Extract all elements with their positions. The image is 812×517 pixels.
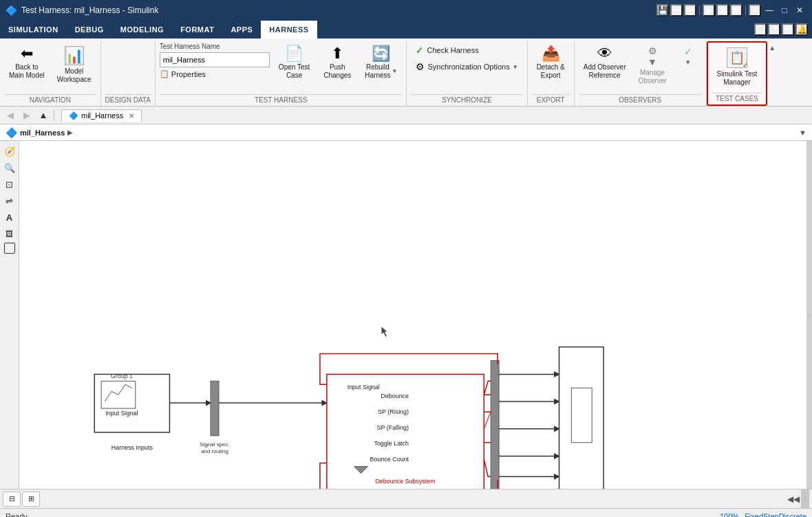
ribbon-collapse-btn[interactable]: ▲ <box>769 44 776 52</box>
maximize-btn[interactable]: □ <box>778 3 791 17</box>
address-compass-icon: 🔷 <box>6 127 17 138</box>
model-workspace-button[interactable]: 📊 ModelWorkspace <box>52 43 96 87</box>
simulink-test-manager-button[interactable]: 📋 ✓ Simulink TestManager <box>712 44 762 90</box>
rebuild-harness-button[interactable]: 🔄 RebuildHarness ▼ <box>360 43 402 83</box>
menu-modeling[interactable]: MODELING <box>112 21 172 38</box>
breadcrumb-name: mil_Harness <box>81 111 123 120</box>
image-btn[interactable]: 🖼 <box>2 226 17 241</box>
nav-back-btn[interactable]: ◀ <box>3 108 18 123</box>
settings-icon-btn[interactable]: ⚙ <box>782 23 794 36</box>
menu-apps[interactable]: APPS <box>222 21 261 38</box>
zoom-btn[interactable]: 🔍 <box>2 160 17 175</box>
rect-btn[interactable] <box>4 243 15 254</box>
stop-quick-btn[interactable]: ⏹ <box>730 4 742 16</box>
right-resize-handle[interactable]: ⋮ <box>801 490 809 508</box>
menu-format[interactable]: FORMAT <box>172 21 222 38</box>
back-to-main-button[interactable]: ⬅ Back toMain Model <box>4 43 50 83</box>
open-test-case-button[interactable]: 📄 Open TestCase <box>274 43 314 83</box>
nav-forward-btn[interactable]: ▶ <box>19 108 34 123</box>
observers-check-icon: ✓ <box>684 46 692 57</box>
design-data-label: DESIGN DATA <box>105 94 151 106</box>
observers-extra-btn[interactable]: ✓ ▼ <box>674 43 702 69</box>
ribbon: ⬅ Back toMain Model 📊 ModelWorkspace NAV… <box>0 38 812 107</box>
properties-link[interactable]: 📋 Properties <box>160 69 270 78</box>
open-test-case-icon: 📄 <box>285 46 303 61</box>
title-bar: 🔷 Test Harness: mil_Harness - Simulink 💾… <box>0 0 812 21</box>
export-label: EXPORT <box>532 94 570 106</box>
run-quick-btn[interactable]: ▶ <box>703 4 715 16</box>
add-observer-ref-button[interactable]: 👁 Add ObserverReference <box>579 43 631 83</box>
rebuild-harness-label: RebuildHarness ▼ <box>365 63 397 80</box>
sync-options-icon: ⚙ <box>416 61 425 72</box>
help-btn[interactable]: ? <box>768 23 780 36</box>
ribbon-group-test-harness: Test Harness Name 📋 Properties 📄 Open Te… <box>156 41 407 106</box>
address-bar: 🔷 mil_Harness ▶ ▼ <box>0 124 812 141</box>
test-manager-icon: 📋 ✓ <box>727 47 747 68</box>
status-bar: Ready 100% FixedStepDiscrete <box>0 508 812 517</box>
minimize-btn[interactable]: — <box>762 3 776 17</box>
compass-btn[interactable]: 🧭 <box>2 144 17 159</box>
svg-rect-10 <box>327 374 484 489</box>
ribbon-options-btn[interactable]: ⋯ <box>754 23 767 36</box>
harness-name-label: Test Harness Name <box>160 43 270 50</box>
bottom-expand-icon[interactable]: ◀◀ <box>787 494 800 504</box>
breadcrumb-tab[interactable]: 🔷 mil_Harness ✕ <box>61 109 142 122</box>
ribbon-group-navigation: ⬅ Back toMain Model 📊 ModelWorkspace NAV… <box>0 41 101 106</box>
model-workspace-label: ModelWorkspace <box>57 67 92 84</box>
sync-options-button[interactable]: ⚙ Synchronization Options ▼ <box>411 59 522 74</box>
text-btn[interactable]: A <box>2 210 17 225</box>
expand-panel-btn[interactable]: ⊞ <box>22 492 40 507</box>
nav-up-btn[interactable]: ▲ <box>36 108 51 123</box>
rebuild-harness-icon: 🔄 <box>372 46 390 61</box>
menu-harness[interactable]: HARNESS <box>261 21 317 38</box>
check-harness-icon: ✓ <box>416 45 424 56</box>
svg-text:Debounce Subsystem: Debounce Subsystem <box>375 478 435 485</box>
check-harness-button[interactable]: ✓ Check Harness <box>411 43 483 58</box>
collapse-panel-btn[interactable]: ⊟ <box>3 492 21 507</box>
harness-name-input[interactable] <box>160 52 270 67</box>
left-toolbar: 🧭 🔍 ⊡ ⇌ A 🖼 <box>0 141 19 489</box>
undo-quick-btn[interactable]: ↩ <box>670 4 683 16</box>
ribbon-group-observers: 👁 Add ObserverReference ⚙ ▼ ManageObserv… <box>575 41 707 106</box>
svg-text:Input Signal: Input Signal <box>348 384 380 390</box>
app-icon: 🔷 <box>6 5 17 16</box>
test-cases-label: TEST CASES <box>712 93 762 104</box>
check-harness-label: Check Harness <box>427 46 478 54</box>
fit-btn[interactable]: ⊡ <box>2 177 17 192</box>
menu-debug[interactable]: DEBUG <box>67 21 112 38</box>
push-changes-label: PushChanges <box>323 63 351 80</box>
add-observer-icon: 👁 <box>597 46 612 61</box>
canvas[interactable]: Input Signal Group 1 Harness Inputs Sign… <box>19 141 806 489</box>
test-manager-label: Simulink TestManager <box>717 70 758 87</box>
close-btn[interactable]: ✕ <box>793 3 806 17</box>
back-icon: ⬅ <box>21 46 33 61</box>
vertical-resize-handle[interactable]: ⋮ <box>806 141 812 489</box>
save-quick-btn[interactable]: 💾 <box>656 4 669 16</box>
status-ready: Ready <box>6 512 28 518</box>
breadcrumb-close-btn[interactable]: ✕ <box>129 112 134 120</box>
pause-quick-btn[interactable]: ⏸ <box>716 4 729 16</box>
svg-rect-6 <box>211 381 219 435</box>
toolbar: ◀ ▶ ▲ 🔷 mil_Harness ✕ <box>0 107 812 124</box>
notifications-btn[interactable]: 🔔 <box>795 23 808 36</box>
detach-export-button[interactable]: 📤 Detach &Export <box>532 43 570 83</box>
add-observer-label: Add ObserverReference <box>584 63 626 80</box>
address-down-btn[interactable]: ▼ <box>799 129 806 137</box>
address-chevron: ▶ <box>67 129 73 136</box>
svg-text:and routing: and routing <box>201 448 228 454</box>
manage-observer-button[interactable]: ⚙ ▼ ManageObserver <box>633 43 671 89</box>
svg-text:Group 1: Group 1 <box>111 373 133 380</box>
sync-dropdown-icon: ▼ <box>513 64 518 70</box>
menu-simulation[interactable]: SIMULATION <box>0 21 67 38</box>
ribbon-group-test-cases: 📋 ✓ Simulink TestManager TEST CASES <box>707 41 768 106</box>
menu-bar: SIMULATION DEBUG MODELING FORMAT APPS HA… <box>0 21 812 38</box>
redo-quick-btn[interactable]: ↪ <box>684 4 696 16</box>
push-changes-icon: ⬆ <box>331 46 343 61</box>
svg-rect-19 <box>491 361 499 489</box>
navigation-label: NAVIGATION <box>4 94 96 106</box>
properties-label: Properties <box>171 70 206 78</box>
route-btn[interactable]: ⇌ <box>2 193 17 208</box>
back-label: Back toMain Model <box>9 63 45 80</box>
push-changes-button[interactable]: ⬆ PushChanges <box>319 43 356 83</box>
more-quick-btn[interactable]: ▾ <box>749 4 761 16</box>
